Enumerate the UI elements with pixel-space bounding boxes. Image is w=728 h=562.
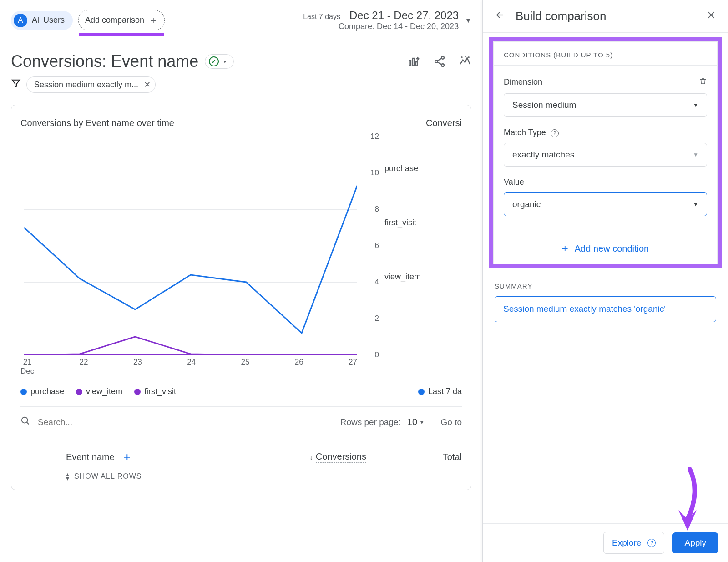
build-comparison-panel: Build comparison CONDITIONS (BUILD UP TO… [482,0,728,562]
svg-point-11 [22,417,28,423]
report-card: Conversions by Event name over time Conv… [11,105,471,490]
customize-report-button[interactable] [408,55,420,68]
y-tick: 8 [375,205,379,214]
select-value: exactly matches [512,150,574,160]
add-comparison-button[interactable]: Add comparison ＋ [78,10,165,30]
legend-item[interactable]: view_item [76,387,122,396]
svg-line-12 [27,422,29,425]
x-tick: 23 [133,358,142,376]
legend-item[interactable]: first_visit [134,387,176,396]
match-type-select[interactable]: exactly matches ▼ [504,143,707,167]
close-icon[interactable]: ✕ [144,80,151,90]
value-label: Value [504,177,524,187]
x-tick: 22 [80,358,88,376]
caret-down-icon: ▼ [693,102,698,108]
value-select[interactable]: organic ▼ [504,192,707,216]
svg-point-10 [465,56,466,56]
y-tick: 0 [375,350,379,359]
x-tick: 21Dec [20,358,34,376]
caret-down-icon: ▼ [693,152,698,158]
rows-per-page-select[interactable]: 10 [405,417,429,428]
bar-label: view_item [384,272,462,282]
legend-label: purchase [30,387,64,396]
svg-point-9 [469,57,469,57]
filter-chip-label: Session medium exactly m... [34,80,138,90]
filter-chip[interactable]: Session medium exactly m... ✕ [26,76,156,93]
column-conversions[interactable]: ↓ Conversions [266,451,366,463]
svg-point-8 [461,57,462,57]
date-preset-label: Last 7 days [303,13,340,20]
chart-title-right: Conversi [426,118,462,128]
legend-dot-icon [134,389,141,395]
svg-rect-2 [416,62,418,66]
summary-chip[interactable]: Session medium exactly matches 'organic' [495,296,716,322]
match-type-label: Match Type [504,128,546,137]
svg-rect-1 [413,58,415,66]
button-label: Explore [612,538,641,548]
x-tick: 27 [349,358,357,376]
legend-item[interactable]: purchase [20,387,64,396]
dimension-select[interactable]: Session medium ▼ [504,93,707,117]
rows-per-page-label: Rows per page: [340,417,401,427]
back-button[interactable] [495,10,506,23]
explore-button[interactable]: Explore ? [603,532,664,554]
svg-line-6 [437,58,441,61]
y-tick: 6 [375,241,379,250]
caret-down-icon: ▼ [693,201,698,208]
date-compare-text: Compare: Dec 14 - Dec 20, 2023 [303,22,459,31]
y-tick: 12 [370,132,379,141]
date-picker[interactable]: Last 7 days Dec 21 - Dec 27, 2023 Compar… [303,9,471,31]
share-button[interactable] [433,55,446,68]
legend-dot-icon [418,389,425,395]
plus-icon: ＋ [149,14,158,26]
segment-chip-all-users[interactable]: A All Users [11,11,73,30]
bar-label: first_visit [384,218,462,228]
annotation-underline [79,33,164,36]
legend-label: first_visit [144,387,176,396]
add-condition-label: Add new condition [575,243,649,254]
help-icon: ? [647,539,656,547]
add-dimension-button[interactable]: + [124,450,131,464]
add-condition-button[interactable]: + Add new condition [562,242,649,255]
add-comparison-label: Add comparison [85,15,144,25]
status-dropdown[interactable]: ✓ ▼ [205,54,234,69]
plus-icon: + [562,242,568,255]
filter-icon [11,78,21,91]
search-icon [20,416,30,429]
legend-dot-icon [20,389,27,395]
x-tick: 24 [187,358,196,376]
date-range-text: Dec 21 - Dec 27, 2023 [349,9,459,21]
line-chart[interactable]: 12 10 8 6 4 2 0 [24,137,384,355]
close-button[interactable] [706,10,716,23]
sort-down-icon: ↓ [309,453,313,461]
legend-dot-icon [76,389,82,395]
chevron-down-icon: ▼ [465,17,471,24]
help-icon[interactable]: ? [551,129,559,137]
segment-label: All Users [32,15,65,25]
chart-title-left: Conversions by Event name over time [20,118,174,128]
page-title: Conversions: Event name [11,52,198,71]
panel-title: Build comparison [516,9,696,23]
show-all-rows-button[interactable]: ▴▾ SHOW ALL ROWS [20,464,462,481]
legend-label: Last 7 da [428,387,462,396]
sort-icon: ▴▾ [66,472,70,481]
legend-label: view_item [86,387,122,396]
column-total: Total [366,452,462,462]
apply-button[interactable]: Apply [672,532,718,553]
select-value: organic [512,199,541,209]
legend-item[interactable]: Last 7 da [418,387,462,396]
dimension-label: Dimension [504,77,542,87]
delete-condition-button[interactable] [699,76,707,88]
y-tick: 4 [375,278,379,287]
bar-label: purchase [384,164,462,173]
x-tick: 25 [241,358,249,376]
conditions-highlight: CONDITIONS (BUILD UP TO 5) Dimension Ses… [489,37,722,268]
y-tick: 2 [375,314,379,323]
search-input[interactable] [38,417,174,427]
svg-rect-0 [410,61,411,66]
insights-button[interactable] [459,55,471,68]
go-to-label: Go to [441,417,462,427]
conditions-header: CONDITIONS (BUILD UP TO 5) [494,42,717,66]
y-tick: 10 [370,168,379,177]
column-label: Conversions [316,451,366,463]
